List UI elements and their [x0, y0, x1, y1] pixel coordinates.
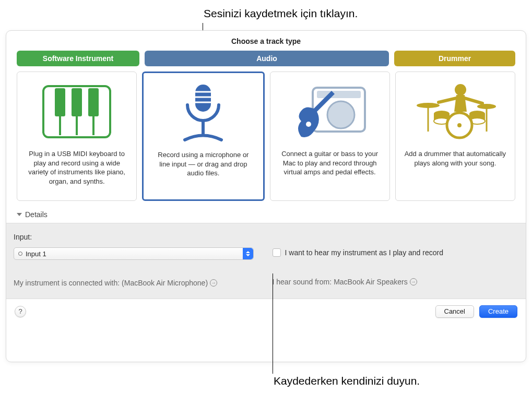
tab-software-instrument[interactable]: Software Instrument	[17, 51, 139, 66]
connected-arrow-icon[interactable]: →	[210, 279, 217, 287]
card-audio-guitar[interactable]: Connect a guitar or bass to your Mac to …	[270, 72, 390, 201]
svg-point-30	[457, 123, 462, 127]
card-drummer[interactable]: Add a drummer that automatically plays a…	[395, 72, 515, 201]
tab-audio[interactable]: Audio	[145, 51, 389, 66]
tab-drummer[interactable]: Drummer	[394, 51, 515, 66]
svg-point-14	[327, 101, 354, 128]
monitor-label: I want to hear my instrument as I play a…	[285, 248, 443, 257]
microphone-icon	[174, 79, 232, 146]
svg-line-17	[439, 98, 456, 102]
svg-rect-6	[88, 88, 99, 116]
dialog-title: Choose a track type	[6, 31, 526, 51]
keyboard-icon	[40, 78, 113, 145]
svg-rect-13	[317, 91, 361, 98]
input-label: Input:	[14, 233, 260, 241]
hear-device: MacBook Air Speakers	[334, 278, 408, 286]
hear-arrow-icon[interactable]: →	[410, 278, 417, 285]
svg-point-15	[306, 122, 311, 127]
card-drummer-desc: Add a drummer that automatically plays a…	[401, 149, 510, 168]
details-label: Details	[25, 210, 48, 219]
hear-sound-row: I hear sound from: MacBook Air Speakers …	[273, 278, 519, 286]
input-value: Input 1	[26, 250, 46, 258]
svg-rect-7	[195, 85, 211, 112]
card-audio-mic[interactable]: Record using a microphone or line input …	[142, 72, 264, 201]
details-left-col: Input: Input 1 My instrument is connecte…	[14, 233, 260, 287]
guitar-amp-icon	[291, 78, 369, 145]
cancel-button[interactable]: Cancel	[435, 305, 474, 318]
monitor-checkbox[interactable]	[273, 248, 281, 257]
details-toggle[interactable]: Details	[6, 201, 526, 223]
tab-row: Software Instrument Audio Drummer	[6, 51, 526, 72]
connected-device: (MacBook Air Microphone)	[122, 279, 208, 287]
card-software-desc: Plug in a USB MIDI keyboard to play and …	[22, 149, 131, 186]
instrument-connected-row: My instrument is connected with: (MacBoo…	[14, 279, 260, 287]
svg-rect-5	[72, 88, 82, 116]
callout-top-text: Sesinizi kaydetmek için tıklayın.	[204, 7, 358, 20]
card-guitar-desc: Connect a guitar or bass to your Mac to …	[276, 149, 384, 177]
svg-point-16	[455, 84, 466, 96]
hear-prefix: I hear sound from:	[273, 278, 332, 286]
dialog-footer: ? Cancel Create	[6, 299, 526, 324]
details-right-col: I want to hear my instrument as I play a…	[273, 233, 519, 287]
callout-bottom-line	[273, 273, 273, 374]
help-button[interactable]: ?	[15, 306, 26, 317]
drummer-icon	[413, 78, 497, 145]
card-row: Plug in a USB MIDI keyboard to play and …	[6, 72, 526, 201]
chevron-down-icon	[17, 213, 22, 216]
input-channel-icon	[18, 252, 22, 256]
svg-line-18	[465, 98, 482, 103]
select-stepper-icon	[243, 248, 253, 259]
input-select[interactable]: Input 1	[14, 247, 254, 260]
callout-bottom-text: Kaydederken kendinizi duyun.	[274, 375, 420, 387]
choose-track-dialog: Choose a track type Software Instrument …	[6, 30, 526, 362]
card-software-instrument[interactable]: Plug in a USB MIDI keyboard to play and …	[17, 72, 137, 201]
card-mic-desc: Record using a microphone or line input …	[149, 150, 257, 178]
create-button[interactable]: Create	[479, 305, 517, 318]
details-panel: Input: Input 1 My instrument is connecte…	[6, 223, 526, 299]
svg-rect-4	[55, 88, 65, 116]
connected-prefix: My instrument is connected with:	[14, 279, 120, 287]
